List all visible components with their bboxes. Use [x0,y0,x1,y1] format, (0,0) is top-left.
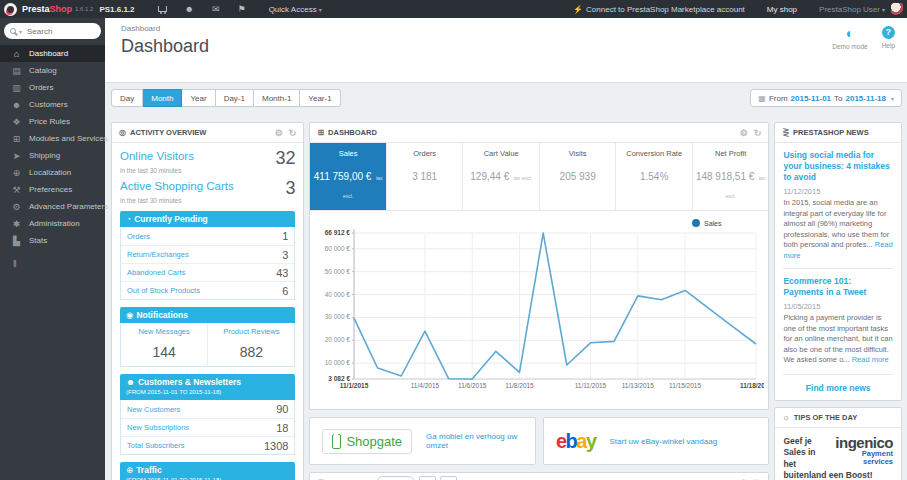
news-headline[interactable]: Ecommerce 101: Payments in a Tweet [783,276,893,298]
sidebar-item-shipping[interactable]: ➤Shipping [0,147,105,164]
sidebar-item-localization[interactable]: ⊕Localization [0,164,105,181]
page-head: Dashboard Dashboard ◐ Demo mode ? Help [105,18,907,83]
help-label: Help [882,42,895,49]
date-from: 2015-11-01 [791,94,831,103]
sidebar-item-orders[interactable]: ▥Orders [0,79,105,96]
find-more-news-link[interactable]: Find more news [783,374,893,393]
ebay-banner[interactable]: ebay Start uw eBay-winkel vandaag [543,417,770,465]
date-filter-month[interactable]: Month [143,89,182,107]
sidebar-item-preferences[interactable]: ⚒Preferences [0,181,105,198]
advanced-parameters-icon: ⚙ [11,202,22,212]
list-item: New Customers90 [121,400,294,418]
date-range-button[interactable]: ▦ From 2015-11-01 To 2015-11-18 ▾ [750,89,902,107]
kpi-tab-visits[interactable]: Visits205 939 [539,143,616,210]
sidebar-item-advanced-parameters[interactable]: ⚙Advanced Parameters [0,198,105,215]
preferences-icon: ⚒ [11,185,22,195]
tips-panel-header: ☼ TIPS OF THE DAY [775,408,901,428]
new-customers-link[interactable]: New Customers [127,405,180,414]
date-filter-day-1[interactable]: Day-1 [216,89,254,107]
head-tools: ◐ Demo mode ? Help [832,26,895,50]
date-filter-day[interactable]: Day [111,89,143,107]
list-item: Out of Stock Products6 [121,281,294,299]
return-exchanges-link[interactable]: Return/Exchanges [127,250,189,259]
sidebar-item-price-rules[interactable]: ❖Price Rules [0,113,105,130]
topbar-right: ⚡Connect to PrestaShop Marketplace accou… [573,3,907,15]
shopgate-banner[interactable]: Shopgate Ga mobiel en verhoog uw omzet [309,417,536,465]
kpi-label: Visits [542,149,614,158]
avatar[interactable] [891,3,903,15]
version-small: 1.6.1.2 [75,6,93,12]
online-visitors: Online Visitors 32 [120,150,295,166]
date-filter-month-1[interactable]: Month-1 [254,89,300,107]
out-of-stock-products-link[interactable]: Out of Stock Products [127,286,200,295]
traffic-header: ⊕Traffic(FROM 2015-11-01 TO 2015-11-18) [120,462,295,480]
forecast-next-button[interactable]: » [440,476,457,480]
forecast-panel: ⊞ FORECAST 2015 « » ⚙↻ TrafficConversion… [309,472,769,480]
online-visitors-link[interactable]: Online Visitors [120,150,194,163]
read-more-link[interactable]: Read more [852,355,889,364]
breadcrumb[interactable]: Dashboard [121,24,160,33]
marketplace-link[interactable]: ⚡Connect to PrestaShop Marketplace accou… [573,5,745,14]
customer-icon[interactable]: ☻ [185,0,194,18]
gear-icon[interactable]: ⚙ [275,128,283,138]
svg-text:11/8/2015: 11/8/2015 [506,382,535,389]
sidebar-item-dashboard[interactable]: ⌂Dashboard [0,45,105,62]
new-messages-cell: New Messages144 [121,323,207,366]
sidebar-item-label: Shipping [29,151,60,160]
new-subscriptions-link[interactable]: New Subscriptions [127,423,189,432]
shipping-icon: ➤ [11,151,22,161]
kpi-tab-cart-value[interactable]: Cart Value129,44 € tax excl. [462,143,539,210]
date-filter-year[interactable]: Year [182,89,215,107]
kpi-tab-conversion-rate[interactable]: Conversion Rate1.54% [615,143,692,210]
sidebar-item-stats[interactable]: ▙Stats [0,232,105,249]
new-messages-link[interactable]: New Messages [123,327,205,340]
dashboard-panel-header: ⊞ DASHBOARD ⚙↻ [310,123,768,143]
list-item: Orders1 [121,227,294,245]
svg-text:20 000 €: 20 000 € [325,336,351,343]
forecast-year[interactable]: 2015 [376,476,415,480]
trophy-icon[interactable]: ⚑ [238,0,246,18]
refresh-icon[interactable]: ↻ [754,128,762,138]
kpi-tab-orders[interactable]: Orders3 181 [386,143,463,210]
product-reviews-link[interactable]: Product Reviews [210,327,292,340]
search-scope-caret[interactable]: ▾ [19,28,22,35]
sidebar-item-catalog[interactable]: ▤Catalog [0,62,105,79]
kpi-tab-net-profit[interactable]: Net Profit148 918,51 € tax excl. [692,143,769,210]
my-shop-link[interactable]: My shop [767,5,797,14]
sidebar-item-administration[interactable]: ✱Administration [0,215,105,232]
sidebar-item-label: Localization [29,168,71,177]
search-box[interactable]: ▾ [4,23,101,39]
kpi-tab-sales[interactable]: Sales411 759,00 € tax excl. [310,143,386,210]
svg-text:11/15/2015: 11/15/2015 [669,382,701,389]
active-carts-link[interactable]: Active Shopping Carts [120,180,234,193]
orders-link[interactable]: Orders [127,232,150,241]
kpi-value: 205 939 [560,171,596,182]
brand-name[interactable]: PrestaShop [22,4,72,14]
shopgate-link[interactable]: Ga mobiel en verhoog uw omzet [426,432,523,450]
chevron-down-icon: ▾ [319,7,322,13]
search-input[interactable] [25,26,83,37]
messages-icon[interactable]: ✉ [212,0,220,18]
right-column: ⋛ PRESTASHOP NEWS Using social media for… [774,122,902,480]
cart-icon[interactable] [158,6,167,12]
user-menu[interactable]: PrestaShop User▾ [819,5,885,14]
refresh-icon[interactable]: ↻ [289,128,297,138]
quick-access-menu[interactable]: Quick Access▾ [269,5,322,14]
bell-icon: ◉ [126,310,133,320]
new-subscriptions-value: 18 [276,422,288,434]
collapse-menu-icon[interactable]: ‖ [0,249,105,269]
demo-mode-toggle[interactable]: ◐ [832,26,867,40]
gear-icon[interactable]: ⚙ [740,128,748,138]
news-headline[interactable]: Using social media for your business: 4 … [783,150,893,183]
version-label: PS1.6.1.2 [99,5,134,14]
tips-of-the-day-panel: ☼ TIPS OF THE DAY ingenico Payment servi… [774,407,902,480]
forecast-prev-button[interactable]: « [419,476,436,480]
date-filter-year-1[interactable]: Year-1 [300,89,340,107]
ebay-link[interactable]: Start uw eBay-winkel vandaag [610,437,718,446]
help-icon[interactable]: ? [882,26,895,39]
total-subscribers-link[interactable]: Total Subscribers [127,441,185,450]
news-body: Using social media for your business: 4 … [775,143,901,400]
sidebar-item-customers[interactable]: ☻Customers [0,96,105,113]
abandoned-carts-link[interactable]: Abandoned Carts [127,268,185,277]
sidebar-item-modules-and-services[interactable]: ⊞Modules and Services [0,130,105,147]
